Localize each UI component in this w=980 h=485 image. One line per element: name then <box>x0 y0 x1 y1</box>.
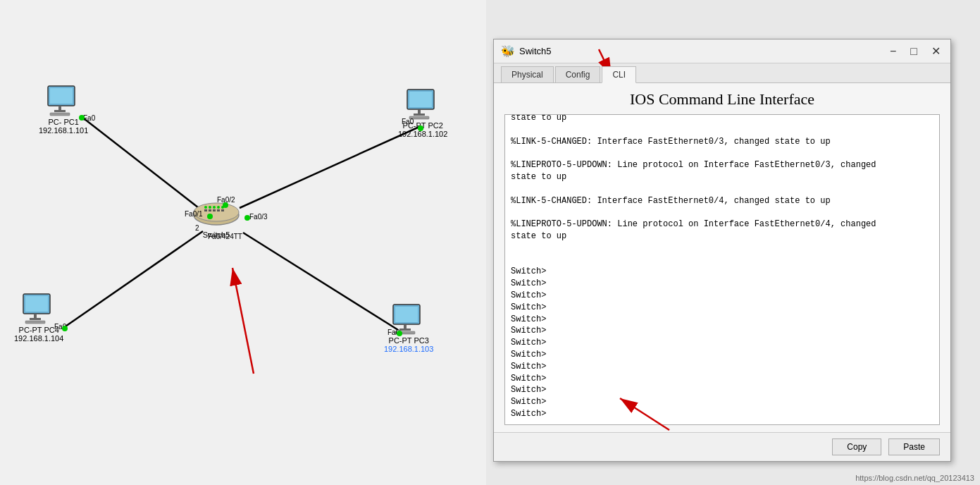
svg-rect-20 <box>395 307 418 322</box>
switch-dot-1 <box>207 214 213 219</box>
tab-physical[interactable]: Physical <box>501 66 554 82</box>
svg-rect-8 <box>50 113 70 116</box>
svg-line-1 <box>240 127 419 208</box>
svg-rect-12 <box>414 113 425 116</box>
dialog-controls[interactable]: − □ ✕ <box>887 44 943 58</box>
svg-rect-30 <box>221 209 224 211</box>
pc4-ip: 192.168.1.104 <box>14 334 63 343</box>
svg-rect-6 <box>58 106 61 110</box>
svg-rect-21 <box>404 324 407 329</box>
svg-line-3 <box>243 233 398 330</box>
switch-icon: 🐝 <box>501 44 515 58</box>
pc4-port-dot <box>62 326 68 331</box>
pc3-label: PC-PT PC3 <box>389 336 429 345</box>
switch5-dialog: 🐝 Switch5 − □ ✕ Physical Config CLI IOS … <box>493 39 951 462</box>
device-pc1[interactable]: PC- PC1 192.168.1.101 <box>39 85 88 135</box>
pc1-port: Fa0 <box>83 114 95 122</box>
minimize-button[interactable]: − <box>887 44 899 58</box>
switch-port-fa03: Fa0/3 <box>249 213 268 221</box>
copy-button[interactable]: Copy <box>832 438 881 455</box>
svg-line-0 <box>81 116 208 215</box>
dialog-content: IOS Command Line Interface state to up %… <box>494 83 950 432</box>
pc1-ip: 192.168.1.101 <box>39 126 88 135</box>
device-pc2[interactable]: PC-PT PC2 192.168.1.102 <box>398 88 447 138</box>
paste-button[interactable]: Paste <box>888 438 940 455</box>
svg-line-37 <box>232 268 254 374</box>
dialog-tabs: Physical Config CLI <box>494 63 950 83</box>
svg-rect-28 <box>213 209 216 211</box>
pc2-ip: 192.168.1.102 <box>398 130 447 138</box>
pc3-port-dot <box>397 331 402 336</box>
switch-port-fa01: Fa0/1 <box>185 210 203 218</box>
dialog-title-left: 🐝 Switch5 <box>501 44 552 58</box>
dialog-titlebar: 🐝 Switch5 − □ ✕ <box>494 39 950 63</box>
close-button[interactable]: ✕ <box>929 44 943 58</box>
dialog-title-text: Switch5 <box>519 46 552 56</box>
svg-point-31 <box>204 206 207 209</box>
svg-point-34 <box>217 206 220 209</box>
svg-point-33 <box>213 206 216 209</box>
svg-rect-15 <box>25 296 48 312</box>
svg-rect-10 <box>409 92 432 107</box>
svg-rect-27 <box>209 209 211 211</box>
svg-rect-18 <box>25 321 45 324</box>
maximize-button[interactable]: □ <box>907 44 920 58</box>
svg-rect-26 <box>204 209 207 211</box>
svg-rect-7 <box>54 110 66 112</box>
svg-point-32 <box>209 206 211 209</box>
svg-rect-11 <box>418 109 421 113</box>
svg-rect-17 <box>30 318 41 320</box>
tab-config[interactable]: Config <box>555 66 601 82</box>
tab-cli[interactable]: CLI <box>602 66 636 83</box>
switch-port-2: 2 <box>195 224 199 232</box>
pc2-port-dot <box>418 125 423 131</box>
pc1-label: PC- PC1 <box>48 118 78 126</box>
svg-line-2 <box>63 231 203 328</box>
svg-rect-22 <box>399 329 411 331</box>
svg-rect-16 <box>34 314 37 318</box>
switch-dot-2 <box>223 202 228 208</box>
cli-terminal[interactable]: state to up %LINK-5-CHANGED: Interface F… <box>504 114 940 425</box>
switch-port-fa0424: Fa0/424TT <box>208 233 242 240</box>
svg-rect-29 <box>217 209 220 211</box>
pc1-port-dot <box>79 115 85 121</box>
svg-rect-5 <box>50 88 73 104</box>
dialog-footer: Copy Paste <box>494 432 950 461</box>
pc4-label: PC-PT PC4 <box>19 326 59 334</box>
pc2-port: Fa0 <box>402 118 414 125</box>
cli-title: IOS Command Line Interface <box>504 90 940 109</box>
switch-dot-3 <box>244 215 250 221</box>
watermark: https://blog.csdn.net/qq_20123413 <box>855 474 974 482</box>
device-pc4[interactable]: PC-PT PC4 192.168.1.104 <box>14 293 63 343</box>
pc3-ip: 192.168.1.103 <box>384 345 433 353</box>
network-diagram: PC- PC1 192.168.1.101 Fa0 PC-PT PC2 192.… <box>0 0 486 485</box>
